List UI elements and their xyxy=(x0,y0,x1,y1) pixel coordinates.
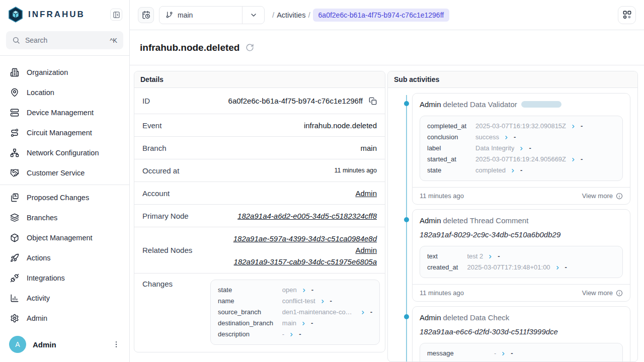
chevron-right-icon xyxy=(488,254,493,259)
kv-old-value: - xyxy=(282,329,284,340)
detail-row-id: ID 6a0f2e6c-b61a-4f75-b974-c76c1e1296ff xyxy=(134,88,385,114)
copy-icon[interactable] xyxy=(369,97,377,105)
detail-label-account: Account xyxy=(142,189,170,198)
card-title: Admindeleted Data Validator xyxy=(413,94,630,110)
detail-value-id: 6a0f2e6c-b61a-4f75-b974-c76c1e1296ff xyxy=(228,97,377,105)
kv-new-value: - xyxy=(565,262,567,273)
chevron-right-icon xyxy=(571,157,576,162)
sub-activities-header: Sub activities xyxy=(388,71,637,88)
sidebar-item-object-management[interactable]: Object Management xyxy=(0,228,129,248)
card-title: Admindeleted Data Check 182a91aa-e6c6-d2… xyxy=(413,307,630,337)
sidebar-item-label: Actions xyxy=(27,254,51,262)
sidebar-item-network-configuration[interactable]: Network Configuration xyxy=(0,143,129,163)
kv-key: state xyxy=(427,165,466,176)
calendar-clock-icon[interactable] xyxy=(138,7,154,23)
kv-key: created_at xyxy=(427,262,458,273)
sidebar-item-actions[interactable]: Actions xyxy=(0,248,129,268)
breadcrumb-activities-link[interactable]: Activities xyxy=(277,11,305,19)
branch-selector[interactable]: main xyxy=(159,6,265,24)
sidebar-item-location[interactable]: Location xyxy=(0,82,129,103)
sidebar-item-label: Admin xyxy=(27,314,47,322)
kv-old-value: completed xyxy=(475,165,506,176)
related-node-link[interactable]: 182a91a9-3157-cab9-34dc-c51975e6805a xyxy=(234,257,377,266)
view-more-button[interactable]: View more xyxy=(582,192,623,200)
detail-label-related-nodes: Related Nodes xyxy=(142,246,192,254)
detail-label-branch: Branch xyxy=(142,144,167,152)
kv-new-value: - xyxy=(370,307,372,318)
kv-key: source_branch xyxy=(218,307,273,318)
workflow-icon[interactable] xyxy=(618,6,636,24)
kebab-menu-icon[interactable] xyxy=(112,340,120,348)
refresh-icon[interactable] xyxy=(246,43,254,52)
related-node-link[interactable]: Admin xyxy=(355,246,377,254)
details-panel: Details ID 6a0f2e6c-b61a-4f75-b974-c76c1… xyxy=(134,71,385,352)
sidebar-item-admin[interactable]: Admin xyxy=(0,308,129,328)
primary-node-link[interactable]: 182a91a4-a6d2-e005-34d5-c5182324cff8 xyxy=(237,212,377,220)
account-link[interactable]: Admin xyxy=(355,189,377,198)
chevron-right-icon xyxy=(519,146,524,151)
kv-new-value: - xyxy=(581,121,583,132)
kv-old-value: test 2 xyxy=(467,251,483,262)
related-node-link[interactable]: 182a91ae-597a-4399-34d3-c51ca0984e8d xyxy=(233,234,377,243)
kv-new-value: - xyxy=(520,165,522,176)
timeline-dot xyxy=(404,314,409,319)
infrahub-logo-icon xyxy=(8,7,23,23)
logo-row: INFRAHUB xyxy=(0,0,129,27)
diff-files-icon xyxy=(10,193,19,202)
chevron-right-icon xyxy=(571,124,576,129)
sidebar-item-customer-service[interactable]: Customer Service xyxy=(0,163,129,183)
plug-icon xyxy=(10,274,19,283)
topbar: main / Activities / 6a0f2e6c-b61a-4f75-b… xyxy=(130,0,644,30)
bar-chart-icon xyxy=(10,294,19,303)
user-menu[interactable]: A Admin xyxy=(0,330,129,362)
search-input[interactable]: Search ^K xyxy=(6,31,123,49)
sidebar-item-label: Proposed Changes xyxy=(27,194,89,202)
changes-box: state open- name conflict-test- source_b… xyxy=(210,280,380,345)
related-nodes-list: 182a91ae-597a-4399-34d3-c51ca0984e8d Adm… xyxy=(233,230,377,270)
details-header: Details xyxy=(134,71,385,88)
sidebar: INFRAHUB Search ^K Organization Location… xyxy=(0,0,130,362)
kv-new-value: - xyxy=(330,296,332,307)
kv-old-value: 2025-03-07T16:19:32.090815Z xyxy=(475,121,566,132)
kv-old-value: open xyxy=(282,285,297,296)
card-action: deleted Thread Comment xyxy=(443,216,529,225)
card-action: deleted Data Validator xyxy=(443,100,517,109)
detail-row-related-nodes: Related Nodes 182a91ae-597a-4399-34d3-c5… xyxy=(134,227,385,274)
view-more-label: View more xyxy=(582,192,613,200)
kv-key: text xyxy=(427,251,458,262)
detail-label-primary-node: Primary Node xyxy=(142,212,189,220)
sidebar-menu-main: Proposed Changes Branches Object Managem… xyxy=(0,185,129,328)
search-placeholder: Search xyxy=(25,36,47,44)
content: Details ID 6a0f2e6c-b61a-4f75-b974-c76c1… xyxy=(130,65,644,362)
sidebar-item-circuit-management[interactable]: Circuit Management xyxy=(0,123,129,143)
card-footer: 11 minutes ago View more xyxy=(413,284,630,301)
sidebar-item-label: Branches xyxy=(27,214,57,222)
user-name: Admin xyxy=(33,340,56,349)
kv-key: keep_branch xyxy=(427,359,485,361)
breadcrumb-separator: / xyxy=(272,11,274,19)
view-more-button[interactable]: View more xyxy=(582,289,623,297)
sidebar-item-proposed-changes[interactable]: Proposed Changes xyxy=(0,188,129,208)
detail-row-account: Account Admin xyxy=(134,182,385,205)
layers-icon xyxy=(10,213,19,222)
sidebar-item-organization[interactable]: Organization xyxy=(0,62,129,82)
detail-value-branch: main xyxy=(360,144,377,152)
main-area: main / Activities / 6a0f2e6c-b61a-4f75-b… xyxy=(130,0,644,362)
sub-activity-card: Admindeleted Thread Comment 182a91af-802… xyxy=(412,209,630,302)
card-attributes-box: completed_at 2025-03-07T16:19:32.090815Z… xyxy=(420,116,623,181)
sidebar-item-activity[interactable]: Activity xyxy=(0,288,129,308)
breadcrumb-activity-id[interactable]: 6a0f2e6c-b61a-4f75-b974-c76c1e1296ff xyxy=(313,9,450,22)
sidebar-item-integrations[interactable]: Integrations xyxy=(0,268,129,288)
kv-old-value: Data Integrity xyxy=(475,143,514,154)
sidebar-item-device-management[interactable]: Device Management xyxy=(0,103,129,123)
network-icon xyxy=(10,148,19,157)
route-icon xyxy=(10,128,19,137)
id-text: 6a0f2e6c-b61a-4f75-b974-c76c1e1296ff xyxy=(228,97,363,105)
kv-key: completed_at xyxy=(427,121,466,132)
detail-row-changes: Changes state open- name conflict-test- … xyxy=(134,274,385,352)
sidebar-item-branches[interactable]: Branches xyxy=(0,208,129,228)
sidebar-collapse-icon[interactable] xyxy=(110,9,122,21)
breadcrumb-separator: / xyxy=(308,11,310,19)
detail-label-changes: Changes xyxy=(142,280,173,288)
git-branch-icon xyxy=(166,11,173,19)
